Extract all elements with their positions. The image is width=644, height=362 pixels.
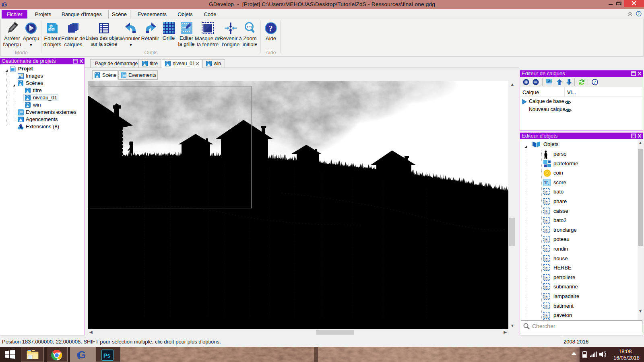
svg-text:1:1: 1:1 [247, 25, 252, 29]
svg-text:Ps: Ps [103, 352, 110, 359]
svg-text:?: ? [638, 12, 640, 16]
svg-text:x: x [548, 182, 550, 186]
svg-text:T: T [544, 179, 548, 185]
svg-text:?: ? [594, 80, 596, 84]
svg-text:?: ? [268, 24, 273, 33]
svg-text:G: G [3, 1, 7, 8]
